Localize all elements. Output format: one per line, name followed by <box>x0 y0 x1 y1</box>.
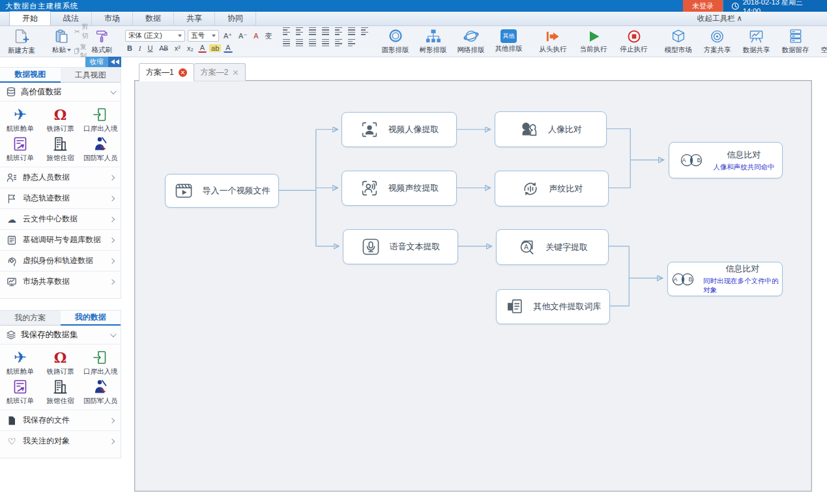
cloud-icon: ☁ <box>7 214 17 225</box>
align-center-icon[interactable] <box>294 38 305 48</box>
subscript-button[interactable]: x₂ <box>185 44 196 52</box>
dataset-flight-manifest[interactable]: ✈ 航班舱单 <box>0 347 40 376</box>
login-status-badge[interactable]: 未登录 <box>683 0 723 12</box>
tab-tool-view[interactable]: 工具视图 <box>61 68 121 83</box>
model-market-button[interactable]: 模型市场 <box>661 28 695 55</box>
node-speech-text-extract[interactable]: 语音文本提取 <box>343 229 458 264</box>
circle-layout-button[interactable]: 圆形排版 <box>379 28 413 55</box>
plan-share-button[interactable]: 方案共享 <box>701 28 734 55</box>
font-family-select[interactable]: 宋体 (正文) <box>125 30 185 42</box>
change-case-button[interactable]: A <box>252 32 260 40</box>
decrease-indent-icon[interactable] <box>307 26 318 36</box>
tab-data-view[interactable]: 数据视图 <box>0 68 61 83</box>
increase-indent-icon[interactable] <box>320 26 331 36</box>
menu-tab-share[interactable]: 共享 <box>174 12 215 25</box>
section-high-value-data[interactable]: 高价值数据 <box>0 83 121 102</box>
node-info-compare-1[interactable]: A B 信息比对 人像和声纹共同命中 <box>669 142 783 178</box>
font-size-select[interactable]: 五号 <box>188 30 219 42</box>
menu-tab-market[interactable]: 市场 <box>92 12 133 25</box>
voice-extract-icon <box>360 178 379 198</box>
menu-tab-data[interactable]: 数据 <box>133 12 174 25</box>
show-marks-icon[interactable] <box>346 26 357 36</box>
underline-button[interactable]: U <box>146 44 155 52</box>
tab-my-plans[interactable]: 我的方案 <box>0 311 61 326</box>
node-voice-extract[interactable]: 视频声纹提取 <box>341 171 457 206</box>
data-share-button[interactable]: 数据共享 <box>740 28 774 55</box>
tab-my-data[interactable]: 我的数据 <box>61 311 121 326</box>
menubar: 开始 战法 市场 数据 共享 协同 收起工具栏 ∧ <box>0 12 827 26</box>
bold-button[interactable]: B <box>125 44 134 52</box>
dataset-flight-order[interactable]: 航班订单 <box>0 133 40 163</box>
node-face-extract[interactable]: 视频人像提取 <box>341 112 457 147</box>
menu-tab-collab[interactable]: 协同 <box>215 12 256 25</box>
grow-font-button[interactable]: A⁺ <box>222 32 234 40</box>
borders-grid-icon[interactable] <box>359 26 370 36</box>
phonetic-button[interactable]: 变 <box>263 31 274 41</box>
strikethrough-button[interactable]: AB <box>157 45 169 52</box>
row-my-saved-files[interactable]: 我保存的文件 <box>0 410 121 430</box>
font-color-button[interactable]: A <box>198 44 207 53</box>
category-cloud-file[interactable]: ☁ 云文件中心数据 <box>0 208 121 229</box>
close-tab-icon[interactable] <box>233 70 239 76</box>
run-from-start-button[interactable]: 从头执行 <box>536 29 570 55</box>
dataset-rail-ticket[interactable]: Ω 铁路订票 <box>40 104 81 133</box>
dataset-hotel-stay[interactable]: 旅馆住宿 <box>40 376 81 406</box>
dataset-port-entry[interactable]: 口岸出入境 <box>80 104 121 133</box>
node-import-video[interactable]: 导入一个视频文件 <box>165 174 279 208</box>
format-painter-button[interactable]: 格式刷 <box>88 28 115 55</box>
node-voice-compare[interactable]: 声纹比对 <box>495 171 609 206</box>
numbered-list-icon[interactable] <box>294 26 305 36</box>
other-layout-button[interactable]: 其他 其他排版 <box>492 29 526 54</box>
row-my-followed-objects[interactable]: ♡ 我关注的对象 <box>0 430 121 451</box>
chevron-right-icon <box>109 237 115 242</box>
category-virtual-identity[interactable]: 虚拟身份和轨迹数据 <box>0 250 121 271</box>
menu-tab-start[interactable]: 开始 <box>9 11 51 25</box>
plan-tab-1[interactable]: 方案—1 <box>139 63 194 81</box>
space-manage-button[interactable]: 空间管理 <box>818 28 827 55</box>
network-layout-button[interactable]: 网络排版 <box>454 28 488 55</box>
venn-compare-icon: A B <box>668 270 698 289</box>
category-survey-library[interactable]: 基础调研与专题库数据 <box>0 229 121 250</box>
align-right-icon[interactable] <box>307 38 318 48</box>
stop-run-button[interactable]: 停止执行 <box>617 29 651 55</box>
align-left-icon[interactable] <box>281 38 292 48</box>
collapse-toolbar-button[interactable]: 收起工具栏 ∧ <box>697 14 742 23</box>
text-effects-button[interactable]: A <box>224 44 232 53</box>
close-tab-icon[interactable] <box>179 68 187 77</box>
data-retain-button[interactable]: 数据留存 <box>779 27 813 55</box>
section-saved-datasets[interactable]: 我保存的数据集 <box>0 326 121 344</box>
justify-icon[interactable] <box>320 38 331 48</box>
dataset-rail-ticket[interactable]: Ω 铁路订票 <box>40 347 81 376</box>
sort-icon[interactable] <box>333 26 344 36</box>
bullet-list-icon[interactable] <box>281 26 292 36</box>
node-face-compare[interactable]: 人像比对 <box>495 111 607 147</box>
category-market-shared[interactable]: 市场共享数据 <box>0 271 121 292</box>
category-dynamic-trajectory[interactable]: 动态轨迹数据 <box>0 188 121 208</box>
tree-layout-button[interactable]: 树形排版 <box>416 28 450 55</box>
shrink-font-button[interactable]: A⁻ <box>237 32 249 40</box>
data-share-label: 数据共享 <box>743 46 770 55</box>
dataset-flight-order[interactable]: 航班订单 <box>0 376 40 406</box>
plan-tab-2[interactable]: 方案—2 <box>194 63 246 81</box>
dataset-port-entry[interactable]: 口岸出入境 <box>80 347 121 376</box>
railway-icon: Ω <box>54 349 67 366</box>
dataset-military-personnel[interactable]: 国防军人员 <box>80 133 121 163</box>
shading-icon[interactable] <box>346 38 357 48</box>
italic-button[interactable]: I <box>137 44 143 52</box>
node-info-compare-2[interactable]: A B 信息比对 同时出现在多个文件中的对象 <box>667 262 783 296</box>
flow-canvas[interactable]: 导入一个视频文件 视频人像提取 视频声纹提取 <box>134 80 812 492</box>
paste-button[interactable]: 粘贴 <box>49 28 74 55</box>
superscript-button[interactable]: x² <box>173 44 182 52</box>
dataset-flight-manifest[interactable]: ✈ 航班舱单 <box>0 104 40 133</box>
category-static-personnel[interactable]: 静态人员数据 <box>0 167 121 188</box>
dataset-hotel-stay[interactable]: 旅馆住宿 <box>40 133 81 163</box>
new-plan-button[interactable]: 新建方案 <box>5 27 38 56</box>
dataset-military-personnel[interactable]: 国防军人员 <box>80 376 121 406</box>
node-keyword-extract[interactable]: A 关键字提取 <box>496 229 609 265</box>
highlight-button[interactable]: ab <box>209 44 221 52</box>
sidebar-collapse-button[interactable]: 收缩 <box>85 57 121 67</box>
survey-doc-icon <box>7 235 17 245</box>
run-current-button[interactable]: 当前执行 <box>577 29 611 55</box>
line-spacing-icon[interactable] <box>333 38 344 48</box>
node-other-files-lexicon[interactable]: 其他文件提取词库 <box>496 289 610 324</box>
